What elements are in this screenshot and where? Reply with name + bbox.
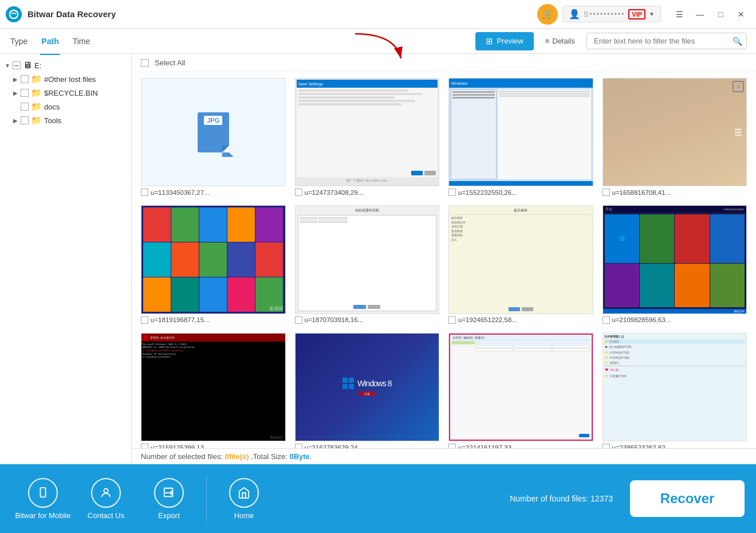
recover-button[interactable]: Recover [630,480,745,517]
file-item-5: 你好设置对话框 [295,205,440,323]
thumbnail-1[interactable]: Save Settings [295,78,440,186]
user-icon: 👤 [569,9,580,19]
file-checkbox-8[interactable] [141,444,148,448]
thumbnail-6[interactable]: 提示保存 提示保存 的存档文件 当前已选 是否恢复 选择后处 法人 [448,205,593,313]
contact-icon [91,478,121,508]
file-area: Select All JPG [132,54,756,464]
thumbnail-8[interactable]: 管理员: 命令提示符 Microsoft Windows [版本 6.1.760… [141,333,286,441]
home-button[interactable]: Home [212,478,275,520]
thumbnail-0[interactable]: JPG [141,78,286,186]
file-checkbox-0[interactable] [141,189,148,196]
contact-button[interactable]: Contact Us [74,478,137,520]
item-checkbox[interactable] [21,103,29,111]
file-item-3: ⚙ u=1658816708,41... [603,78,747,196]
file-item-6: 提示保存 提示保存 的存档文件 当前已选 是否恢复 选择后处 法人 [448,205,593,323]
preview-button[interactable]: ⊞ Preview [475,32,533,50]
file-item-1: Save Settings [295,78,440,196]
status-prefix: Number of selected files: [141,452,225,461]
vip-badge: VIP [628,9,645,19]
file-item-10: 文件(F)编辑(E)查看(V) [448,333,593,448]
tab-time[interactable]: Time [72,34,92,48]
folder-icon: 📁 [31,115,42,126]
select-all-checkbox[interactable] [141,59,149,67]
sidebar-item-other-lost[interactable]: ▶ 📁 #Other lost files [0,72,131,86]
file-name-row-1: u=1247373408,29... [295,189,440,196]
sidebar-item-tools[interactable]: ▶ 📁 Tools [0,113,131,127]
search-icon: 🔍 [733,37,742,46]
root-checkbox[interactable]: ─ [13,61,21,69]
status-middle: ,Total Size: [249,452,290,461]
expand-icon[interactable]: ▼ [3,61,11,69]
expand-icon[interactable]: ▶ [11,89,19,97]
hamburger-menu-button[interactable]: ☰ [670,6,688,22]
file-item-7: 开始 Administrator 🌐 [603,205,747,323]
thumbnail-11[interactable]: 文件管理器 (上) 📁打开(O) ❤加入收藏夹(F7)(5) 📁大写对比(F7)… [603,333,747,441]
file-checkbox-4[interactable] [141,316,148,324]
toolbar: Type Path Time ⊞ Preview ≡ Details 🔍 [0,29,756,54]
file-checkbox-1[interactable] [295,189,302,196]
tree-root[interactable]: ▼ ─ 🖥 E: [0,58,131,72]
maximize-button[interactable]: □ [711,6,730,22]
tab-type[interactable]: Type [9,34,29,48]
svg-point-4 [104,488,108,492]
home-label: Home [234,511,254,520]
tab-path[interactable]: Path [40,34,60,48]
file-item-0: JPG u=1133450367,27... [141,78,286,196]
close-button[interactable]: ✕ [732,6,750,22]
export-label: Export [158,511,180,520]
file-name-5: u=1870703918,16... [305,316,440,323]
item-label: Tools [44,116,61,125]
file-checkbox-11[interactable] [603,444,610,448]
file-checkbox-2[interactable] [448,189,456,196]
minimize-button[interactable]: — [691,6,709,22]
export-button[interactable]: Export [137,478,200,520]
thumbnail-2[interactable]: Windows [448,78,593,186]
folder-icon: 📁 [31,88,42,98]
files-count: 0file(s) [225,452,249,461]
window-controls: ☰ — □ ✕ [670,6,750,22]
file-checkbox-7[interactable] [603,316,610,324]
user-area: 👤 S•••••••••• VIP ▼ [562,6,661,22]
file-name-2: u=1552232550,26... [458,189,593,196]
item-checkbox[interactable] [21,116,29,124]
file-name-0: u=1133450367,27... [151,189,286,196]
mobile-button[interactable]: Bitwar for Mobile [11,478,74,520]
item-checkbox[interactable] [21,75,29,83]
dropdown-arrow-icon[interactable]: ▼ [649,11,655,17]
file-checkbox-3[interactable] [603,189,610,196]
sidebar: ▼ ─ 🖥 E: ▶ 📁 #Other lost files ▶ 📁 $RECY… [0,54,132,464]
file-name-7: u=2109828596,63... [612,316,747,323]
folder-icon: 📁 [31,74,42,84]
titlebar: Bitwar Data Recovery 🛒 👤 S•••••••••• VIP… [0,0,756,29]
file-checkbox-9[interactable] [295,444,302,448]
thumbnail-3[interactable]: ⚙ [603,78,747,186]
file-grid: JPG u=1133450367,27... [132,72,756,448]
sidebar-item-docs[interactable]: ▶ 📁 docs [0,100,131,113]
file-name-row-8: u=2159125399,13... [141,444,286,448]
thumbnail-9[interactable]: Windows 8 红旗 [295,333,440,441]
file-name-9: u=2162783629,24... [305,444,440,448]
file-name-row-3: u=1658816708,41... [603,189,747,196]
sidebar-item-recycle[interactable]: ▶ 📁 $RECYCLE.BIN [0,86,131,100]
expand-icon[interactable]: ▶ [11,116,19,124]
file-checkbox-6[interactable] [448,316,456,324]
thumbnail-5[interactable]: 你好设置对话框 [295,205,440,313]
file-checkbox-5[interactable] [295,316,302,324]
details-button[interactable]: ≡ Details [545,37,575,45]
search-wrap: 🔍 [586,33,747,49]
search-input[interactable] [586,33,747,49]
file-checkbox-10[interactable] [448,444,456,448]
thumbnail-4[interactable]: 彩系統 [141,205,286,313]
file-name-row-10: u=2214161197,33... [448,444,593,448]
cart-button[interactable]: 🛒 [537,4,558,25]
item-label: #Other lost files [44,75,96,84]
file-name-row-9: u=2162783629,24... [295,444,440,448]
file-item-2: Windows [448,78,593,196]
expand-icon[interactable]: ▶ [11,75,19,83]
item-checkbox[interactable] [21,89,29,97]
svg-point-0 [10,10,18,18]
statusbar: Number of selected files: 0file(s) ,Tota… [132,448,756,464]
thumbnail-7[interactable]: 开始 Administrator 🌐 [603,205,747,313]
mobile-label: Bitwar for Mobile [15,511,71,520]
thumbnail-10[interactable]: 文件(F)编辑(E)查看(V) [448,333,593,441]
